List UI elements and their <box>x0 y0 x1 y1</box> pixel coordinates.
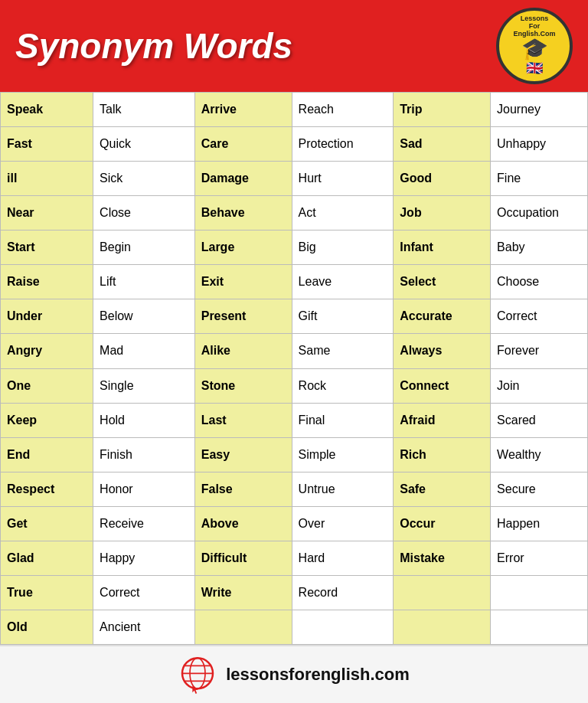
table-area: SpeakTalkArriveReachTripJourneyFastQuick… <box>0 92 588 645</box>
synonym-cell: Final <box>292 403 394 437</box>
word-cell: Alike <box>194 334 292 368</box>
synonym-cell: Hold <box>93 403 195 437</box>
synonym-cell: Ancient <box>93 610 195 644</box>
synonym-cell: Happy <box>93 541 195 575</box>
synonym-cell: Simple <box>292 437 394 472</box>
synonym-cell: Single <box>93 368 195 403</box>
table-row: GladHappyDifficultHardMistakeError <box>1 541 588 575</box>
synonym-cell: Lift <box>93 265 195 299</box>
table-row: illSickDamageHurtGoodFine <box>1 162 588 196</box>
synonym-cell: Baby <box>491 231 588 265</box>
word-cell: Raise <box>1 265 93 299</box>
synonym-cell: Error <box>491 541 588 575</box>
synonym-cell-empty <box>491 610 588 644</box>
synonym-cell: Big <box>292 231 394 265</box>
word-cell: Angry <box>1 334 93 368</box>
synonym-cell: Rock <box>292 368 394 403</box>
word-cell: Fast <box>1 127 93 162</box>
word-cell: Above <box>194 506 292 541</box>
word-cell: Behave <box>194 196 292 231</box>
synonym-cell: Quick <box>93 127 195 162</box>
synonym-cell: Untrue <box>292 472 394 506</box>
page-header: Synonym Words LessonsForEnglish.Com 🎓 🇬🇧 <box>0 0 588 92</box>
synonym-cell: Happen <box>491 506 588 541</box>
logo-flag: 🇬🇧 <box>526 60 543 77</box>
word-cell: Safe <box>394 472 491 506</box>
word-cell: Care <box>194 127 292 162</box>
word-cell: Write <box>194 575 292 610</box>
synonym-cell: Honor <box>93 472 195 506</box>
synonym-cell: Act <box>292 196 394 231</box>
synonym-cell: Unhappy <box>491 127 588 162</box>
word-cell: Sad <box>394 127 491 162</box>
word-cell: Last <box>194 403 292 437</box>
word-cell: End <box>1 437 93 472</box>
table-row: SpeakTalkArriveReachTripJourney <box>1 93 588 127</box>
synonym-cell: Hard <box>292 541 394 575</box>
word-cell: Difficult <box>194 541 292 575</box>
table-row: UnderBelowPresentGiftAccurateCorrect <box>1 299 588 334</box>
word-cell: Good <box>394 162 491 196</box>
synonym-cell: Fine <box>491 162 588 196</box>
word-cell-empty <box>394 610 491 644</box>
synonym-cell: Wealthy <box>491 437 588 472</box>
table-row: RaiseLiftExitLeaveSelectChoose <box>1 265 588 299</box>
word-cell: Infant <box>394 231 491 265</box>
synonym-cell: Reach <box>292 93 394 127</box>
footer-url: lessonsforenglish.com <box>226 665 410 685</box>
synonym-cell: Forever <box>491 334 588 368</box>
synonym-cell-empty <box>491 575 588 610</box>
table-row: EndFinishEasySimpleRichWealthy <box>1 437 588 472</box>
table-row: OneSingleStoneRockConnectJoin <box>1 368 588 403</box>
table-row: FastQuickCareProtectionSadUnhappy <box>1 127 588 162</box>
table-row: TrueCorrectWriteRecord <box>1 575 588 610</box>
synonym-cell: Over <box>292 506 394 541</box>
globe-icon <box>178 656 217 694</box>
word-cell: Damage <box>194 162 292 196</box>
word-cell: Start <box>1 231 93 265</box>
synonym-cell: Correct <box>491 299 588 334</box>
word-cell-empty <box>394 575 491 610</box>
synonym-cell: Occupation <box>491 196 588 231</box>
synonym-cell: Protection <box>292 127 394 162</box>
table-row: StartBeginLargeBigInfantBaby <box>1 231 588 265</box>
word-cell: Get <box>1 506 93 541</box>
word-cell: Keep <box>1 403 93 437</box>
synonym-cell: Finish <box>93 437 195 472</box>
synonym-cell-empty <box>292 610 394 644</box>
svg-marker-5 <box>193 686 199 694</box>
table-row: AngryMadAlikeSameAlwaysForever <box>1 334 588 368</box>
word-cell: Speak <box>1 93 93 127</box>
synonym-cell: Receive <box>93 506 195 541</box>
synonym-table: SpeakTalkArriveReachTripJourneyFastQuick… <box>0 92 588 645</box>
synonym-cell: Scared <box>491 403 588 437</box>
word-cell: False <box>194 472 292 506</box>
synonym-cell: Hurt <box>292 162 394 196</box>
synonym-cell: Mad <box>93 334 195 368</box>
word-cell: Trip <box>394 93 491 127</box>
table-row: RespectHonorFalseUntrueSafeSecure <box>1 472 588 506</box>
word-cell: Respect <box>1 472 93 506</box>
word-cell: Mistake <box>394 541 491 575</box>
word-cell: Under <box>1 299 93 334</box>
word-cell: One <box>1 368 93 403</box>
word-cell: Near <box>1 196 93 231</box>
word-cell: Stone <box>194 368 292 403</box>
synonym-cell: Join <box>491 368 588 403</box>
word-cell: Always <box>394 334 491 368</box>
synonym-cell: Close <box>93 196 195 231</box>
page-title: Synonym Words <box>15 25 292 67</box>
synonym-cell: Gift <box>292 299 394 334</box>
word-cell: Easy <box>194 437 292 472</box>
logo: LessonsForEnglish.Com 🎓 🇬🇧 <box>496 8 573 84</box>
synonym-cell: Sick <box>93 162 195 196</box>
synonym-cell: Journey <box>491 93 588 127</box>
synonym-cell: Begin <box>93 231 195 265</box>
word-cell: Select <box>394 265 491 299</box>
word-cell-empty <box>194 610 292 644</box>
table-row: OldAncient <box>1 610 588 644</box>
table-row: NearCloseBehaveActJobOccupation <box>1 196 588 231</box>
synonym-cell: Talk <box>93 93 195 127</box>
word-cell: Old <box>1 610 93 644</box>
word-cell: Rich <box>394 437 491 472</box>
